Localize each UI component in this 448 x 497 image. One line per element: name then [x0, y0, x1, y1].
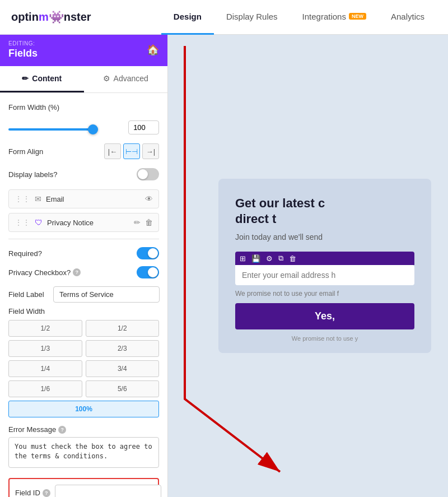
- form-width-label: Form Width (%): [8, 103, 59, 112]
- display-labels-row: Display labels?: [8, 168, 159, 180]
- error-message-label: Error Message ?: [8, 425, 159, 434]
- nav-tab-display-rules[interactable]: Display Rules: [214, 0, 290, 35]
- pencil-icon: ✏: [22, 74, 29, 83]
- width-grid: 1/2 1/2 1/3 2/3 1/4 3/4 1/6 5/6 100%: [8, 320, 159, 417]
- drag-handle-privacy-icon[interactable]: ⋮⋮: [15, 218, 30, 227]
- editing-title: Fields: [8, 48, 38, 59]
- display-labels-label: Display labels?: [8, 170, 137, 179]
- align-right-button[interactable]: →|: [142, 143, 159, 159]
- toolbar-settings-icon[interactable]: ⚙: [266, 254, 273, 263]
- privacy-notice-text: We promise not to use your email f: [235, 290, 414, 298]
- editing-info: EDITING: Fields: [8, 40, 38, 59]
- toggle-thumb: [138, 169, 148, 179]
- slider-container: [8, 123, 123, 133]
- editing-header: EDITING: Fields 🏠: [0, 35, 167, 66]
- edit-privacy-button[interactable]: ✏: [134, 218, 141, 227]
- email-input-preview[interactable]: [235, 265, 414, 285]
- form-align-label: Form Align: [8, 147, 104, 156]
- form-width-section: Form Width (%): [8, 103, 159, 134]
- divider-1: [8, 239, 159, 239]
- main-layout: EDITING: Fields 🏠 ✏ Content ⚙ Advanced F…: [0, 35, 448, 497]
- display-labels-toggle[interactable]: [137, 168, 159, 180]
- width-half-1-button[interactable]: 1/2: [8, 320, 82, 337]
- field-id-section: Field ID ?: [8, 478, 159, 497]
- width-third-1-button[interactable]: 1/3: [8, 340, 82, 357]
- left-panel: EDITING: Fields 🏠 ✏ Content ⚙ Advanced F…: [0, 35, 168, 497]
- panel-content: Form Width (%) Form Align |← ⊢⊣ →|: [0, 93, 167, 497]
- field-label-text: Field Label: [8, 290, 53, 299]
- required-row: Required?: [8, 244, 159, 263]
- preview-area: Get our latest cdirect t Join today and …: [218, 179, 431, 354]
- logo-suffix: nster: [64, 11, 91, 24]
- logo[interactable]: optinm👾nster: [11, 10, 91, 25]
- email-field-actions: 👁: [145, 194, 153, 203]
- privacy-checkbox-row: Privacy Checkbox? ?: [8, 263, 159, 282]
- align-center-button[interactable]: ⊢⊣: [123, 143, 140, 159]
- preview-subtitle: Join today and we'll send: [235, 232, 414, 243]
- nav-tab-integrations[interactable]: Integrations NEW: [290, 0, 379, 35]
- width-half-2-button[interactable]: 1/2: [86, 320, 160, 337]
- field-width-section: Field Width 1/2 1/2 1/3 2/3 1/4 3/4 1/6 …: [8, 307, 159, 417]
- nav-tabs: Design Display Rules Integrations NEW An…: [161, 0, 437, 35]
- field-id-label: Field ID ?: [15, 489, 50, 497]
- required-toggle[interactable]: [137, 247, 159, 259]
- toolbar-move-icon[interactable]: ⊞: [240, 254, 246, 263]
- email-visibility-button[interactable]: 👁: [145, 194, 153, 203]
- logo-monster-icon: 👾: [49, 10, 64, 25]
- logo-text: optin: [11, 11, 39, 24]
- privacy-notice-item: ⋮⋮ 🛡 Privacy Notice ✏ 🗑: [8, 213, 159, 232]
- privacy-bottom-text: We promise not to use y: [235, 335, 414, 342]
- error-message-help-icon[interactable]: ?: [58, 426, 66, 434]
- field-label-row: Field Label: [8, 282, 159, 307]
- field-id-input[interactable]: [55, 485, 161, 497]
- width-full-button[interactable]: 100%: [8, 401, 159, 417]
- field-toolbar: ⊞ 💾 ⚙ ⧉ 🗑: [235, 252, 414, 265]
- top-navigation: optinm👾nster Design Display Rules Integr…: [0, 0, 448, 35]
- required-toggle-thumb: [148, 248, 158, 258]
- toolbar-save-icon[interactable]: 💾: [251, 254, 260, 263]
- settings-icon: ⚙: [103, 74, 110, 83]
- form-width-row: Form Width (%): [8, 103, 159, 112]
- drag-handle-icon[interactable]: ⋮⋮: [15, 194, 30, 203]
- form-width-slider[interactable]: [8, 128, 98, 131]
- width-two-thirds-button[interactable]: 2/3: [86, 340, 160, 357]
- editing-label: EDITING:: [8, 40, 38, 47]
- new-badge: NEW: [349, 13, 366, 20]
- right-panel: Get our latest cdirect t Join today and …: [168, 35, 448, 497]
- preview-card: Get our latest cdirect t Join today and …: [218, 179, 431, 354]
- preview-title: Get our latest cdirect t: [235, 196, 414, 227]
- width-five-sixths-button[interactable]: 5/6: [86, 380, 160, 397]
- logo-monster: m: [39, 11, 49, 24]
- email-field-item: ⋮⋮ ✉ Email 👁: [8, 189, 159, 208]
- email-icon: ✉: [35, 194, 41, 203]
- width-sixth-button[interactable]: 1/6: [8, 380, 82, 397]
- privacy-checkbox-toggle-thumb: [148, 267, 158, 277]
- field-label-input[interactable]: [53, 286, 160, 303]
- toolbar-duplicate-icon[interactable]: ⧉: [278, 254, 283, 263]
- delete-privacy-button[interactable]: 🗑: [145, 218, 153, 227]
- width-quarter-button[interactable]: 1/4: [8, 360, 82, 377]
- required-label: Required?: [8, 249, 137, 258]
- toolbar-delete-icon[interactable]: 🗑: [289, 254, 296, 263]
- field-width-label: Field Width: [8, 307, 159, 315]
- form-width-input[interactable]: [128, 120, 159, 134]
- privacy-checkbox-toggle[interactable]: [137, 266, 159, 278]
- email-field-name: Email: [46, 195, 141, 203]
- tab-advanced[interactable]: ⚙ Advanced: [84, 66, 168, 92]
- submit-button-preview[interactable]: Yes,: [235, 303, 414, 329]
- field-id-help-icon[interactable]: ?: [43, 489, 50, 497]
- privacy-notice-name: Privacy Notice: [47, 219, 129, 227]
- align-buttons: |← ⊢⊣ →|: [104, 143, 159, 159]
- shield-icon: 🛡: [35, 218, 43, 227]
- nav-tab-design[interactable]: Design: [161, 0, 214, 35]
- error-message-textarea[interactable]: You must check the box to agree to the t…: [8, 437, 159, 468]
- form-align-row: Form Align |← ⊢⊣ →|: [8, 143, 159, 159]
- nav-tab-analytics[interactable]: Analytics: [379, 0, 437, 35]
- privacy-notice-actions: ✏ 🗑: [134, 218, 153, 227]
- form-width-controls: [8, 120, 159, 134]
- width-three-quarters-button[interactable]: 3/4: [86, 360, 160, 377]
- home-button[interactable]: 🏠: [147, 44, 159, 56]
- align-left-button[interactable]: |←: [104, 143, 121, 159]
- tab-content[interactable]: ✏ Content: [0, 66, 84, 92]
- privacy-checkbox-help-icon[interactable]: ?: [73, 268, 81, 276]
